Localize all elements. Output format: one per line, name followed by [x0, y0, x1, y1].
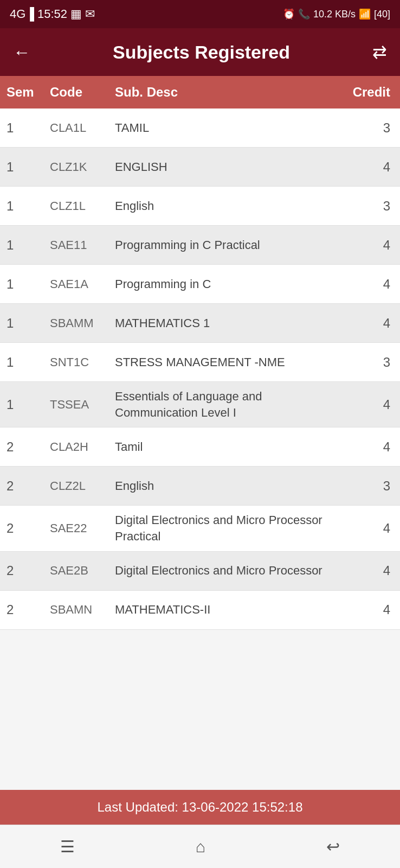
cell-desc: ENGLISH	[108, 152, 346, 182]
table-row: 2 SBAMN MATHEMATICS-II 4	[0, 591, 400, 630]
table-row: 2 SAE2B Digital Electronics and Micro Pr…	[0, 552, 400, 591]
table-row: 1 SAE1A Programming in C 4	[0, 265, 400, 304]
cell-code: SBAMN	[43, 596, 108, 623]
table-header: Sem Code Sub. Desc Credit	[0, 76, 400, 108]
cell-sem: 2	[0, 596, 43, 624]
table-row: 1 TSSEA Essentials of Language and Commu…	[0, 382, 400, 427]
cell-code: CLA1L	[43, 114, 108, 142]
cell-desc: Digital Electronics and Micro Processor …	[108, 506, 346, 551]
extra-icons: ▦ ✉	[70, 7, 95, 21]
cell-desc: TAMIL	[108, 113, 346, 143]
table-row: 1 SAE11 Programming in C Practical 4	[0, 226, 400, 265]
table-row: 2 CLA2H Tamil 4	[0, 427, 400, 467]
cell-desc: Tamil	[108, 432, 346, 462]
battery: [40]	[374, 9, 390, 20]
table-row: 2 CLZ2L English 3	[0, 467, 400, 506]
table-row: 1 CLZ1K ENGLISH 4	[0, 148, 400, 187]
cell-credit: 3	[346, 348, 400, 376]
cell-code: CLA2H	[43, 433, 108, 461]
menu-icon[interactable]: ☰	[60, 837, 75, 856]
app-header: ← Subjects Registered ⇄	[0, 28, 400, 76]
cell-sem: 1	[0, 270, 43, 298]
status-left: 4G▐ 15:52 ▦ ✉	[10, 7, 95, 21]
bottom-nav: ☰ ⌂ ↩	[0, 825, 400, 868]
table-row: 1 SNT1C STRESS MANAGEMENT -NME 3	[0, 343, 400, 382]
cell-credit: 3	[346, 472, 400, 500]
status-right: ⏰ 📞 10.2 KB/s 📶 [40]	[283, 8, 390, 20]
cell-desc: English	[108, 471, 346, 501]
cell-code: SAE11	[43, 232, 108, 259]
time: 15:52	[37, 7, 67, 21]
cell-sem: 1	[0, 114, 43, 142]
table-row: 1 SBAMM MATHEMATICS 1 4	[0, 304, 400, 343]
cell-sem: 1	[0, 391, 43, 419]
cell-credit: 3	[346, 114, 400, 142]
cell-desc: Digital Electronics and Micro Processor	[108, 556, 346, 585]
cell-code: CLZ2L	[43, 473, 108, 500]
cell-desc: Essentials of Language and Communication…	[108, 382, 346, 427]
call-icon: 📞	[298, 8, 310, 20]
cell-credit: 4	[346, 231, 400, 259]
back-nav-icon[interactable]: ↩	[326, 837, 340, 856]
cell-code: SAE22	[43, 515, 108, 542]
cell-code: CLZ1K	[43, 154, 108, 181]
page-title: Subjects Registered	[30, 42, 372, 63]
cell-sem: 1	[0, 309, 43, 337]
cell-desc: MATHEMATICS 1	[108, 309, 346, 338]
home-icon[interactable]: ⌂	[196, 838, 205, 856]
cell-credit: 4	[346, 391, 400, 419]
cell-sem: 2	[0, 514, 43, 542]
cell-desc: Programming in C	[108, 270, 346, 299]
cell-credit: 4	[346, 514, 400, 542]
table-body: 1 CLA1L TAMIL 3 1 CLZ1K ENGLISH 4 1 CLZ1…	[0, 108, 400, 790]
cell-code: CLZ1L	[43, 193, 108, 220]
cell-sem: 1	[0, 231, 43, 259]
col-code: Code	[43, 85, 108, 100]
cell-sem: 2	[0, 472, 43, 500]
table-row: 1 CLZ1L English 3	[0, 187, 400, 226]
cell-sem: 1	[0, 153, 43, 181]
status-bar: 4G▐ 15:52 ▦ ✉ ⏰ 📞 10.2 KB/s 📶 [40]	[0, 0, 400, 28]
signal-icon: 4G▐	[10, 7, 34, 21]
cell-credit: 4	[346, 557, 400, 585]
cell-credit: 4	[346, 153, 400, 181]
cell-desc: English	[108, 192, 346, 221]
cell-credit: 4	[346, 309, 400, 337]
cell-desc: STRESS MANAGEMENT -NME	[108, 348, 346, 377]
cell-sem: 2	[0, 557, 43, 585]
network-speed: 10.2 KB/s	[313, 9, 356, 20]
cell-code: SNT1C	[43, 349, 108, 376]
cell-sem: 2	[0, 433, 43, 461]
back-button[interactable]: ←	[13, 42, 30, 62]
col-sem: Sem	[0, 85, 43, 100]
refresh-button[interactable]: ⇄	[372, 42, 387, 62]
cell-code: SAE2B	[43, 557, 108, 584]
table-row: 2 SAE22 Digital Electronics and Micro Pr…	[0, 506, 400, 551]
cell-desc: MATHEMATICS-II	[108, 595, 346, 624]
cell-credit: 3	[346, 192, 400, 220]
cell-sem: 1	[0, 348, 43, 376]
cell-credit: 4	[346, 596, 400, 624]
wifi-icon: 📶	[359, 8, 371, 20]
cell-code: TSSEA	[43, 391, 108, 418]
alarm-icon: ⏰	[283, 8, 295, 20]
footer-status: Last Updated: 13-06-2022 15:52:18	[0, 790, 400, 825]
cell-credit: 4	[346, 270, 400, 298]
col-credit: Credit	[346, 85, 400, 100]
cell-sem: 1	[0, 192, 43, 220]
cell-code: SBAMM	[43, 310, 108, 337]
cell-desc: Programming in C Practical	[108, 231, 346, 260]
cell-code: SAE1A	[43, 271, 108, 298]
cell-credit: 4	[346, 433, 400, 461]
table-row: 1 CLA1L TAMIL 3	[0, 108, 400, 148]
col-desc: Sub. Desc	[108, 85, 346, 100]
